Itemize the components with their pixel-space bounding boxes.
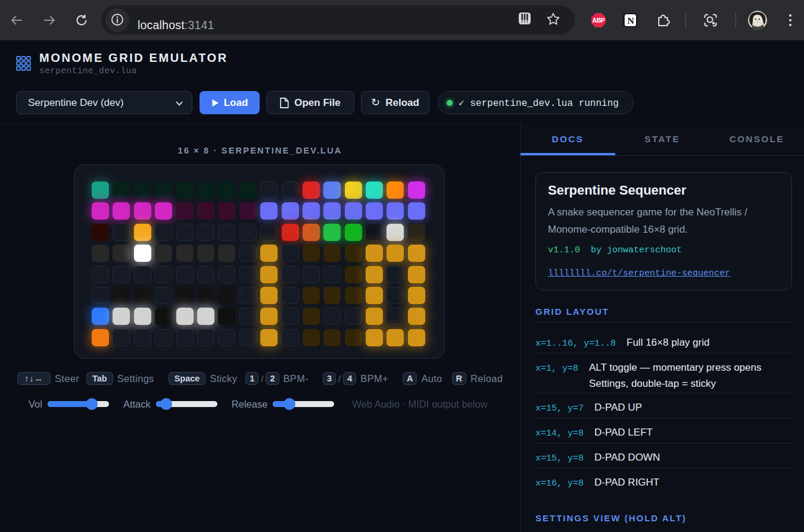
svg-text:ABP: ABP bbox=[593, 17, 605, 24]
svg-text:N: N bbox=[627, 15, 634, 26]
